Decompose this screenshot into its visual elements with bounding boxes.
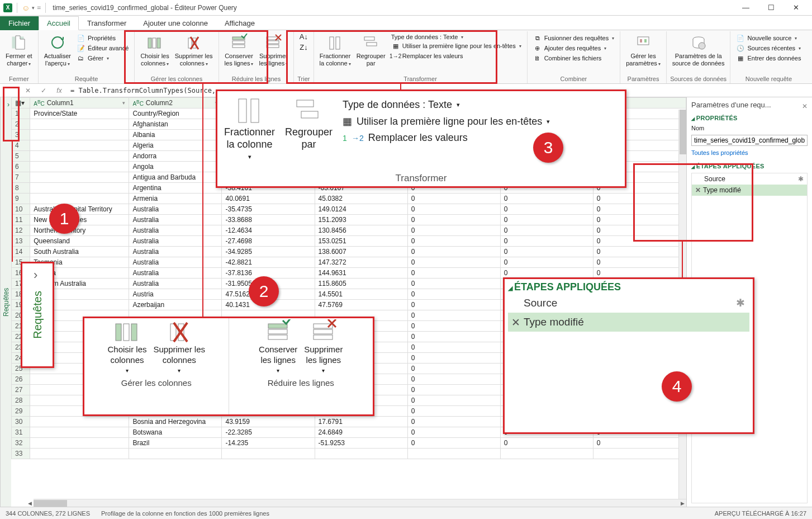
manage-parameters-button[interactable]: Gérer les paramètres [624,32,663,69]
annotation-line-1 [12,141,13,262]
group-close-label: Fermer [9,76,29,82]
svg-rect-34 [251,99,259,122]
horizontal-scrollbar[interactable]: ◀▶ [34,499,686,507]
ribbon: Fermer et charger Fermer Actualiser l'ap… [0,30,812,84]
keep-rows-icon [230,34,248,51]
refresh-icon [49,34,67,51]
svg-rect-5 [188,38,192,48]
svg-rect-23 [124,324,129,341]
settings-close-icon[interactable]: ✕ [802,102,808,110]
tab-addcolumn[interactable]: Ajouter une colonne [135,16,216,30]
use-first-row-headers-button[interactable]: ▦Utiliser la première ligne pour les en-… [391,41,521,50]
merge-queries-button[interactable]: ⧉Fusionner des requêtes [533,34,615,43]
tab-file[interactable]: Fichier [0,16,39,30]
gear-icon-big: ✱ [736,296,745,309]
append-queries-button[interactable]: ⊕Ajouter des requêtes [533,44,607,53]
table-row[interactable]: 9Armenia40.069145.0382000 [12,194,686,204]
table-row[interactable]: 33 [12,449,686,459]
table-row[interactable]: 14South AustraliaAustralia-34.9285138.60… [12,247,686,257]
annotation-badge-2: 2 [249,276,279,306]
table-row[interactable]: 16VictoriaAustralia-37.8136144.9631000 [12,268,686,279]
advanced-editor-button[interactable]: 📝Éditeur avancé [77,44,129,53]
gear-icon[interactable]: ✱ [798,175,804,183]
minimize-button[interactable]: — [733,0,758,16]
combine-files-button[interactable]: 🗎Combiner les fichiers [533,54,602,63]
remove-columns-button[interactable]: Supprimer les colonnes [173,32,215,69]
column-header-1[interactable]: ABCColumn1▾ [30,98,129,108]
formula-accept-button[interactable]: ✓ [38,87,49,95]
group-transform-label: Transformer [403,76,437,82]
annotation-badge-1: 1 [49,204,79,234]
svg-rect-17 [638,37,649,45]
tab-home[interactable]: Accueil [39,16,79,30]
smiley-icon[interactable]: ☺ [22,3,30,12]
corner-cell[interactable]: ▦▾ [12,98,30,108]
parameters-icon [634,34,652,51]
qat-dropdown-icon[interactable]: ▾ [32,5,35,11]
svg-rect-9 [232,45,245,48]
svg-rect-31 [314,329,333,334]
recent-icon: 🕓 [736,44,745,53]
datasource-icon [690,34,707,51]
table-row[interactable]: 10Australian Capital TerritoryAustralia-… [12,204,686,215]
maximize-button[interactable]: ☐ [758,0,783,16]
recent-sources-button[interactable]: 🕓Sources récentes [736,44,801,53]
step-source[interactable]: Source✱ [692,173,807,185]
svg-rect-13 [330,37,334,49]
close-and-load-button[interactable]: Fermer et charger [3,32,35,69]
data-type-button[interactable]: Type de données : Texte [391,34,464,40]
remove-rows-button[interactable]: Supprimer les lignes [257,32,290,69]
svg-rect-24 [131,324,137,341]
svg-rect-2 [148,38,151,48]
table-row[interactable]: 15TasmaniaAustralia-42.8821147.3272000 [12,257,686,268]
delete-step-icon[interactable]: ✕ [695,186,701,194]
table-row[interactable]: 12Northern TerritoryAustralia-12.4634130… [12,225,686,236]
data-source-settings-button[interactable]: Paramètres de la source de données [670,32,727,68]
group-by-button[interactable]: Regrouper par [354,32,388,68]
keep-rows-button[interactable]: Conserver les lignes [222,32,256,69]
group-params-label: Paramètres [628,76,659,82]
svg-rect-36 [301,111,318,118]
formula-cancel-button[interactable]: ✕ [22,87,34,95]
table-row[interactable]: 13QueenslandAustralia-27.4698153.0251000 [12,236,686,247]
annotation-callout-3: Fractionner la colonne▾ Regrouper par Ty… [216,89,626,188]
svg-rect-22 [116,324,121,341]
group-by-icon [362,34,380,51]
status-profiling[interactable]: Profilage de la colonne en fonction des … [101,510,269,517]
manage-button[interactable]: 🗂Gérer [77,54,109,63]
tab-transform[interactable]: Transformer [79,16,135,30]
choose-columns-button[interactable]: Choisir les colonnes [138,32,171,69]
step-changed-type[interactable]: ✕Type modifié [692,185,807,196]
annotation-callout-2: Choisir les colonnes▾ Supprimer les colo… [83,317,374,416]
properties-button[interactable]: 📄Propriétés [77,34,116,43]
column-header-2[interactable]: ABCColumn2▾ [129,98,222,108]
group-manage-cols-label: Gérer les colonnes [151,76,202,82]
svg-rect-33 [239,99,246,122]
sort-asc-button[interactable]: A↓ [300,32,308,41]
settings-title: Paramètres d'une requ... [691,101,771,109]
all-properties-link[interactable]: Toutes les propriétés [691,149,808,156]
tab-view[interactable]: Affichage [216,16,263,30]
svg-rect-14 [336,37,340,49]
queries-pane-collapsed[interactable]: Requêtes [0,97,11,507]
adv-editor-icon: 📝 [77,44,86,53]
svg-rect-19 [644,39,647,43]
split-column-button[interactable]: Fractionner la colonne [317,32,353,69]
query-name-input[interactable] [691,135,808,146]
svg-rect-16 [367,43,377,46]
svg-rect-29 [268,335,287,339]
table-row[interactable]: 11New South WalesAustralia-33.8688151.20… [12,215,686,225]
sort-desc-button[interactable]: Z↓ [300,43,307,51]
fx-icon[interactable]: fx [54,87,65,95]
new-source-button[interactable]: 📄Nouvelle source [736,34,797,43]
close-load-icon [10,34,28,51]
headers-icon: ▦ [391,41,400,50]
close-button[interactable]: ✕ [783,0,809,16]
svg-rect-15 [364,37,374,40]
status-preview-time: APERÇU TÉLÉCHARGÉ À 16:27 [715,510,806,517]
table-row[interactable]: 32Brazil-14.235-51.9253000 [12,438,686,449]
replace-values-button[interactable]: 1→2Remplacer les valeurs [391,51,463,60]
enter-data-button[interactable]: ▦Entrer des données [736,54,801,63]
annotation-badge-4: 4 [662,371,692,402]
refresh-preview-button[interactable]: Actualiser l'aperçu [42,32,73,69]
